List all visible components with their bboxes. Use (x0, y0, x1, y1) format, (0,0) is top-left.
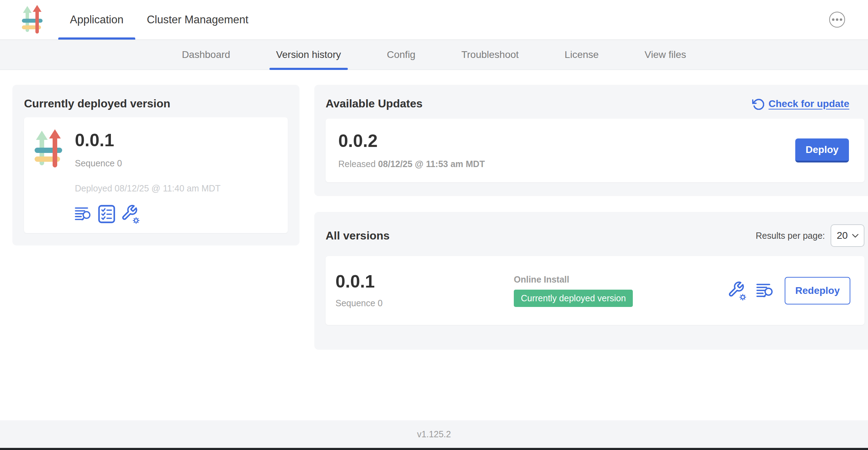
subnav-troubleshoot[interactable]: Troubleshoot (454, 40, 525, 70)
available-updates-title: Available Updates (326, 97, 422, 110)
main-content: Currently deployed version 0.0.1 Sequenc… (0, 70, 868, 420)
currently-deployed-panel: Currently deployed version 0.0.1 Sequenc… (12, 85, 299, 245)
tab-cluster-management[interactable]: Cluster Management (135, 0, 260, 40)
released-date: 08/12/25 @ 11:53 am MDT (378, 159, 485, 169)
current-version-deployed-timestamp: Deployed 08/12/25 @ 11:40 am MDT (75, 183, 221, 194)
app-logo-icon (22, 3, 43, 36)
available-updates-panel: Available Updates Check for update 0.0.2… (314, 85, 868, 196)
current-version-actions (75, 204, 221, 224)
tab-application[interactable]: Application (58, 0, 135, 40)
app-version-icon (35, 129, 63, 169)
available-updates-header: Available Updates Check for update (326, 97, 864, 110)
window-bottom-edge (0, 448, 868, 450)
current-version-body: 0.0.1 Sequence 0 Deployed 08/12/25 @ 11:… (75, 126, 221, 225)
app-header: Application Cluster Management (0, 0, 868, 40)
results-per-page-label: Results per page: (756, 231, 825, 241)
version-row-status: Online Install Currently deployed versio… (514, 274, 727, 307)
release-diff-icon[interactable] (756, 283, 775, 299)
console-version: v1.125.2 (417, 429, 451, 439)
redeploy-button[interactable]: Redeploy (785, 277, 850, 304)
app-subnav: Dashboard Version history Config Trouble… (0, 40, 868, 70)
subnav-license[interactable]: License (558, 40, 606, 70)
current-version-number: 0.0.1 (75, 131, 221, 149)
version-row-number: 0.0.1 (335, 273, 514, 290)
chevron-down-icon (852, 234, 858, 238)
results-per-page-select[interactable]: 20 (831, 224, 864, 247)
subnav-dashboard[interactable]: Dashboard (175, 40, 237, 70)
all-versions-panel: All versions Results per page: 20 0.0.1 … (314, 212, 868, 350)
version-row-info: 0.0.1 Sequence 0 (335, 273, 514, 308)
version-row-actions: Redeploy (727, 277, 850, 304)
check-for-update-label: Check for update (768, 98, 849, 109)
edit-config-icon[interactable] (121, 204, 140, 224)
released-prefix: Released (338, 159, 378, 169)
version-row-sequence: Sequence 0 (335, 298, 514, 308)
app-logo (22, 3, 43, 36)
update-version-number: 0.0.2 (338, 132, 485, 150)
deploy-button[interactable]: Deploy (795, 138, 849, 162)
release-diff-icon[interactable] (75, 206, 93, 222)
preflight-checks-icon[interactable] (98, 205, 115, 223)
subnav-view-files[interactable]: View files (638, 40, 693, 70)
all-versions-header: All versions Results per page: 20 (326, 224, 864, 247)
ellipsis-icon (836, 18, 838, 21)
check-for-update-link[interactable]: Check for update (752, 98, 849, 110)
all-versions-title: All versions (326, 229, 390, 242)
app-footer: v1.125.2 (0, 420, 868, 448)
results-per-page: Results per page: 20 (756, 224, 864, 247)
ellipsis-icon (832, 18, 834, 21)
install-type-label: Online Install (514, 274, 727, 285)
update-released-timestamp: Released 08/12/25 @ 11:53 am MDT (338, 159, 485, 169)
subnav-config[interactable]: Config (380, 40, 422, 70)
currently-deployed-card: 0.0.1 Sequence 0 Deployed 08/12/25 @ 11:… (24, 117, 288, 233)
edit-config-icon[interactable] (727, 281, 747, 301)
right-column: Available Updates Check for update 0.0.2… (314, 85, 868, 350)
available-update-card: 0.0.2 Released 08/12/25 @ 11:53 am MDT D… (326, 119, 864, 182)
currently-deployed-title: Currently deployed version (24, 97, 288, 110)
available-update-info: 0.0.2 Released 08/12/25 @ 11:53 am MDT (338, 132, 485, 169)
ellipsis-icon (840, 18, 842, 21)
header-tabs: Application Cluster Management (58, 0, 260, 40)
results-per-page-value: 20 (837, 230, 848, 241)
more-menu-button[interactable] (829, 12, 845, 28)
current-version-sequence: Sequence 0 (75, 158, 221, 168)
subnav-version-history[interactable]: Version history (269, 40, 348, 70)
currently-deployed-badge: Currently deployed version (514, 290, 633, 307)
version-row: 0.0.1 Sequence 0 Online Install Currentl… (326, 256, 864, 325)
refresh-icon (752, 98, 764, 110)
